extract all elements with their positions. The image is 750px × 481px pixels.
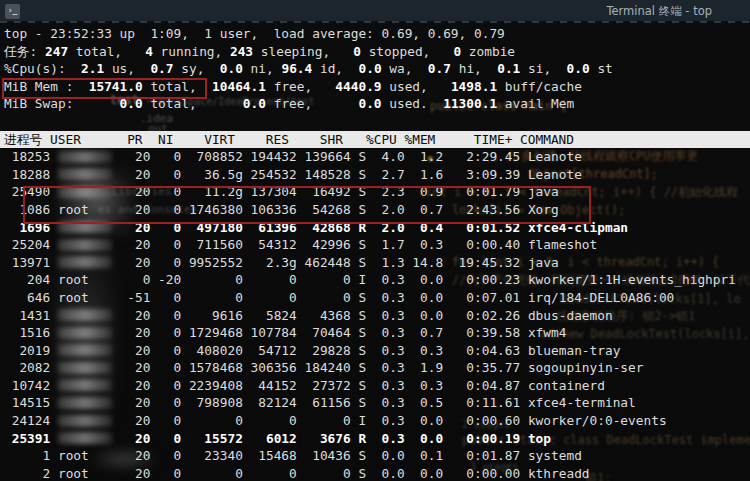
process-row: 14515 20 0 798908 82124 61156 S 0.3 0.5 … — [0, 394, 750, 412]
blurred-username — [58, 415, 112, 427]
window-titlebar[interactable]: ›_ Terminal 终端 - top — [0, 0, 750, 22]
blurred-username — [58, 344, 112, 356]
process-row: 646 root -51 0 0 0 0 S 0.3 0.0 0:07.01 i… — [0, 289, 750, 307]
process-row: 25204 20 0 711560 54312 42996 S 1.7 0.3 … — [0, 236, 750, 254]
process-row: 1086 root 20 0 1746380 106336 54268 S 2.… — [0, 201, 750, 219]
process-row: 1431 20 0 9616 5824 4368 S 0.3 0.0 0:02.… — [0, 307, 750, 325]
blurred-username — [58, 362, 112, 374]
process-row: 1696 20 0 497180 61396 42868 R 2.0 0.4 0… — [0, 219, 750, 237]
blurred-username — [58, 168, 112, 180]
process-table-header: 进程号 USER PR NI VIRT RES SHR %CPU %MEM TI… — [0, 131, 750, 149]
blank-line — [0, 113, 750, 131]
blurred-username — [58, 256, 112, 268]
screen: ›_ Terminal 终端 - top test~/WorkSpace/Ide… — [0, 0, 750, 481]
blurred-username — [58, 309, 112, 321]
summary-memory: MiB Mem : 15741.0 total, 10464.1 free, 4… — [0, 78, 750, 96]
summary-uptime: top - 23:52:33 up 1:09, 1 user, load ave… — [0, 25, 750, 43]
blurred-username — [58, 186, 112, 198]
terminal-screen[interactable]: test~/WorkSpace/IdeaProject/test.ideaout… — [0, 22, 750, 481]
blurred-username — [58, 239, 112, 251]
window-title: Terminal 终端 - top — [20, 4, 750, 19]
process-row: 2082 20 0 1578468 306356 184240 S 0.3 1.… — [0, 359, 750, 377]
top-output: top - 23:52:33 up 1:09, 1 user, load ave… — [0, 25, 750, 481]
process-row: 1 root 20 0 23340 15468 10436 S 0.0 0.1 … — [0, 447, 750, 465]
process-row: 1516 20 0 1729468 107784 70464 S 0.3 0.7… — [0, 324, 750, 342]
blurred-username — [58, 151, 112, 163]
blurred-username — [58, 432, 112, 444]
process-row: 13971 20 0 9952552 2.3g 462448 S 1.3 14.… — [0, 254, 750, 272]
blurred-username — [58, 397, 112, 409]
process-row: 2019 20 0 408020 54712 29828 S 0.3 0.3 0… — [0, 342, 750, 360]
process-row: 2 root 20 0 0 0 0 S 0.0 0.0 0:00.00 kthr… — [0, 465, 750, 481]
blurred-username — [58, 327, 112, 339]
process-row: 10742 20 0 2239408 44152 27372 S 0.3 0.3… — [0, 377, 750, 395]
summary-tasks: 任务: 247 total, 4 running, 243 sleeping, … — [0, 43, 750, 61]
process-row: 18253 20 0 708852 194432 139664 S 4.0 1.… — [0, 148, 750, 166]
terminal-icon: ›_ — [5, 4, 20, 19]
process-row: 18288 20 0 36.5g 254532 148528 S 2.7 1.6… — [0, 166, 750, 184]
blurred-username — [58, 221, 112, 233]
process-row: 24124 20 0 0 0 0 I 0.3 0.0 0:00.60 kwork… — [0, 412, 750, 430]
blurred-username — [58, 379, 112, 391]
process-row: 25490 20 0 11.2g 137304 16492 S 2.3 0.9 … — [0, 183, 750, 201]
process-row: 25391 20 0 15572 6012 3676 R 0.3 0.0 0:0… — [0, 430, 750, 448]
summary-cpu: %Cpu(s): 2.1 us, 0.7 sy, 0.0 ni, 96.4 id… — [0, 60, 750, 78]
process-row: 204 root 0 -20 0 0 0 I 0.3 0.0 0:00.23 k… — [0, 271, 750, 289]
summary-swap: MiB Swap: 0.0 total, 0.0 free, 0.0 used.… — [0, 95, 750, 113]
